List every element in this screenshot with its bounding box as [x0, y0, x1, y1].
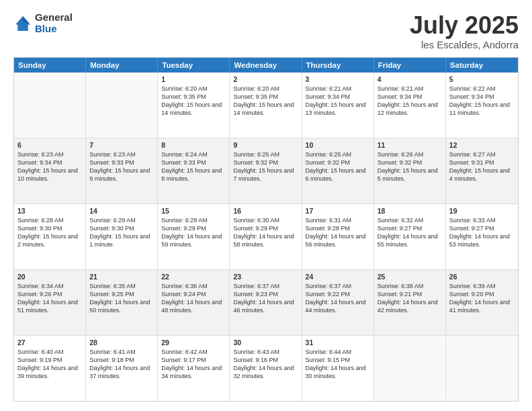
- calendar-cell-r0-c6: 5Sunrise: 6:22 AM Sunset: 9:34 PM Daylig…: [446, 73, 518, 138]
- calendar-row-0: 1Sunrise: 6:20 AM Sunset: 9:35 PM Daylig…: [14, 73, 518, 138]
- title-block: July 2025 les Escaldes, Andorra: [410, 12, 519, 50]
- day-number: 21: [89, 273, 154, 281]
- cell-info: Sunrise: 6:29 AM Sunset: 9:30 PM Dayligh…: [89, 216, 154, 249]
- calendar-body: 1Sunrise: 6:20 AM Sunset: 9:35 PM Daylig…: [14, 73, 518, 401]
- cell-info: Sunrise: 6:27 AM Sunset: 9:31 PM Dayligh…: [449, 150, 515, 183]
- logo-general: General: [35, 12, 73, 24]
- day-number: 27: [17, 338, 82, 347]
- header-sunday: Sunday: [14, 58, 86, 73]
- cell-info: Sunrise: 6:22 AM Sunset: 9:34 PM Dayligh…: [449, 85, 515, 118]
- calendar-cell-r1-c0: 6Sunrise: 6:23 AM Sunset: 9:34 PM Daylig…: [14, 138, 86, 203]
- header-thursday: Thursday: [302, 58, 374, 73]
- calendar-cell-r4-c6: [446, 336, 518, 401]
- calendar-row-3: 20Sunrise: 6:34 AM Sunset: 9:26 PM Dayli…: [14, 270, 518, 336]
- day-number: 28: [89, 338, 154, 347]
- cell-info: Sunrise: 6:21 AM Sunset: 9:34 PM Dayligh…: [378, 85, 442, 118]
- calendar-cell-r2-c2: 15Sunrise: 6:29 AM Sunset: 9:29 PM Dayli…: [158, 204, 230, 269]
- calendar-cell-r0-c0: [14, 73, 86, 138]
- calendar-cell-r3-c4: 24Sunrise: 6:37 AM Sunset: 9:22 PM Dayli…: [302, 270, 374, 335]
- calendar-cell-r2-c1: 14Sunrise: 6:29 AM Sunset: 9:30 PM Dayli…: [86, 204, 158, 269]
- calendar-cell-r2-c4: 17Sunrise: 6:31 AM Sunset: 9:28 PM Dayli…: [302, 204, 374, 269]
- day-number: 6: [17, 141, 82, 149]
- cell-info: Sunrise: 6:20 AM Sunset: 9:35 PM Dayligh…: [233, 85, 298, 118]
- calendar-cell-r2-c3: 16Sunrise: 6:30 AM Sunset: 9:29 PM Dayli…: [230, 204, 302, 269]
- cell-info: Sunrise: 6:37 AM Sunset: 9:22 PM Dayligh…: [306, 282, 370, 315]
- calendar-cell-r0-c1: [86, 73, 158, 138]
- cell-info: Sunrise: 6:37 AM Sunset: 9:23 PM Dayligh…: [233, 282, 298, 315]
- day-number: 23: [233, 273, 298, 281]
- calendar-cell-r4-c4: 31Sunrise: 6:44 AM Sunset: 9:15 PM Dayli…: [302, 336, 374, 401]
- day-number: 3: [306, 75, 370, 83]
- cell-info: Sunrise: 6:42 AM Sunset: 9:17 PM Dayligh…: [161, 348, 226, 381]
- day-number: 31: [306, 338, 370, 347]
- calendar-cell-r4-c2: 29Sunrise: 6:42 AM Sunset: 9:17 PM Dayli…: [158, 336, 230, 401]
- day-number: 15: [161, 207, 226, 215]
- cell-info: Sunrise: 6:26 AM Sunset: 9:32 PM Dayligh…: [378, 150, 442, 183]
- cell-info: Sunrise: 6:25 AM Sunset: 9:32 PM Dayligh…: [233, 150, 298, 183]
- calendar-cell-r1-c3: 9Sunrise: 6:25 AM Sunset: 9:32 PM Daylig…: [230, 138, 302, 203]
- calendar-cell-r1-c1: 7Sunrise: 6:23 AM Sunset: 9:33 PM Daylig…: [86, 138, 158, 203]
- logo: General Blue: [13, 12, 73, 34]
- day-number: 29: [161, 338, 226, 347]
- calendar-cell-r0-c5: 4Sunrise: 6:21 AM Sunset: 9:34 PM Daylig…: [374, 73, 446, 138]
- page-header: General Blue July 2025 les Escaldes, And…: [13, 12, 519, 50]
- cell-info: Sunrise: 6:24 AM Sunset: 9:33 PM Dayligh…: [161, 150, 226, 183]
- cell-info: Sunrise: 6:33 AM Sunset: 9:27 PM Dayligh…: [449, 216, 515, 249]
- day-number: 2: [233, 75, 298, 83]
- cell-info: Sunrise: 6:32 AM Sunset: 9:27 PM Dayligh…: [378, 216, 442, 249]
- day-number: 26: [449, 273, 515, 281]
- day-number: 20: [17, 273, 82, 281]
- calendar-cell-r0-c4: 3Sunrise: 6:21 AM Sunset: 9:34 PM Daylig…: [302, 73, 374, 138]
- header-monday: Monday: [86, 58, 158, 73]
- cell-info: Sunrise: 6:39 AM Sunset: 9:20 PM Dayligh…: [449, 282, 515, 315]
- calendar-cell-r3-c1: 21Sunrise: 6:35 AM Sunset: 9:25 PM Dayli…: [86, 270, 158, 335]
- cell-info: Sunrise: 6:25 AM Sunset: 9:32 PM Dayligh…: [306, 150, 370, 183]
- day-number: 16: [233, 207, 298, 215]
- cell-info: Sunrise: 6:28 AM Sunset: 9:30 PM Dayligh…: [17, 216, 82, 249]
- cell-info: Sunrise: 6:36 AM Sunset: 9:24 PM Dayligh…: [161, 282, 226, 315]
- cell-info: Sunrise: 6:29 AM Sunset: 9:29 PM Dayligh…: [161, 216, 226, 249]
- calendar-cell-r0-c3: 2Sunrise: 6:20 AM Sunset: 9:35 PM Daylig…: [230, 73, 302, 138]
- cell-info: Sunrise: 6:34 AM Sunset: 9:26 PM Dayligh…: [17, 282, 82, 315]
- day-number: 12: [449, 141, 515, 149]
- day-number: 9: [233, 141, 298, 149]
- logo-blue: Blue: [35, 24, 73, 35]
- day-number: 5: [449, 75, 515, 83]
- day-number: 17: [306, 207, 370, 215]
- calendar-cell-r2-c5: 18Sunrise: 6:32 AM Sunset: 9:27 PM Dayli…: [374, 204, 446, 269]
- calendar: Sunday Monday Tuesday Wednesday Thursday…: [13, 57, 519, 402]
- day-number: 25: [378, 273, 442, 281]
- calendar-cell-r1-c5: 11Sunrise: 6:26 AM Sunset: 9:32 PM Dayli…: [374, 138, 446, 203]
- calendar-cell-r2-c6: 19Sunrise: 6:33 AM Sunset: 9:27 PM Dayli…: [446, 204, 518, 269]
- calendar-cell-r1-c2: 8Sunrise: 6:24 AM Sunset: 9:33 PM Daylig…: [158, 138, 230, 203]
- calendar-cell-r4-c0: 27Sunrise: 6:40 AM Sunset: 9:19 PM Dayli…: [14, 336, 86, 401]
- calendar-row-4: 27Sunrise: 6:40 AM Sunset: 9:19 PM Dayli…: [14, 336, 518, 401]
- day-number: 14: [89, 207, 154, 215]
- day-number: 30: [233, 338, 298, 347]
- header-saturday: Saturday: [446, 58, 518, 73]
- day-number: 7: [89, 141, 154, 149]
- cell-info: Sunrise: 6:21 AM Sunset: 9:34 PM Dayligh…: [306, 85, 370, 118]
- location-title: les Escaldes, Andorra: [410, 39, 519, 50]
- day-number: 22: [161, 273, 226, 281]
- header-friday: Friday: [374, 58, 446, 73]
- header-tuesday: Tuesday: [158, 58, 230, 73]
- month-title: July 2025: [410, 12, 519, 39]
- day-number: 19: [449, 207, 515, 215]
- cell-info: Sunrise: 6:38 AM Sunset: 9:21 PM Dayligh…: [378, 282, 442, 315]
- cell-info: Sunrise: 6:20 AM Sunset: 9:35 PM Dayligh…: [161, 85, 226, 118]
- cell-info: Sunrise: 6:44 AM Sunset: 9:15 PM Dayligh…: [306, 348, 370, 381]
- calendar-cell-r1-c4: 10Sunrise: 6:25 AM Sunset: 9:32 PM Dayli…: [302, 138, 374, 203]
- calendar-cell-r3-c5: 25Sunrise: 6:38 AM Sunset: 9:21 PM Dayli…: [374, 270, 446, 335]
- calendar-cell-r3-c3: 23Sunrise: 6:37 AM Sunset: 9:23 PM Dayli…: [230, 270, 302, 335]
- day-number: 10: [306, 141, 370, 149]
- day-number: 8: [161, 141, 226, 149]
- logo-icon: [13, 14, 32, 33]
- calendar-cell-r1-c6: 12Sunrise: 6:27 AM Sunset: 9:31 PM Dayli…: [446, 138, 518, 203]
- day-number: 13: [17, 207, 82, 215]
- cell-info: Sunrise: 6:43 AM Sunset: 9:16 PM Dayligh…: [233, 348, 298, 381]
- calendar-cell-r2-c0: 13Sunrise: 6:28 AM Sunset: 9:30 PM Dayli…: [14, 204, 86, 269]
- calendar-cell-r4-c5: [374, 336, 446, 401]
- cell-info: Sunrise: 6:35 AM Sunset: 9:25 PM Dayligh…: [89, 282, 154, 315]
- cell-info: Sunrise: 6:30 AM Sunset: 9:29 PM Dayligh…: [233, 216, 298, 249]
